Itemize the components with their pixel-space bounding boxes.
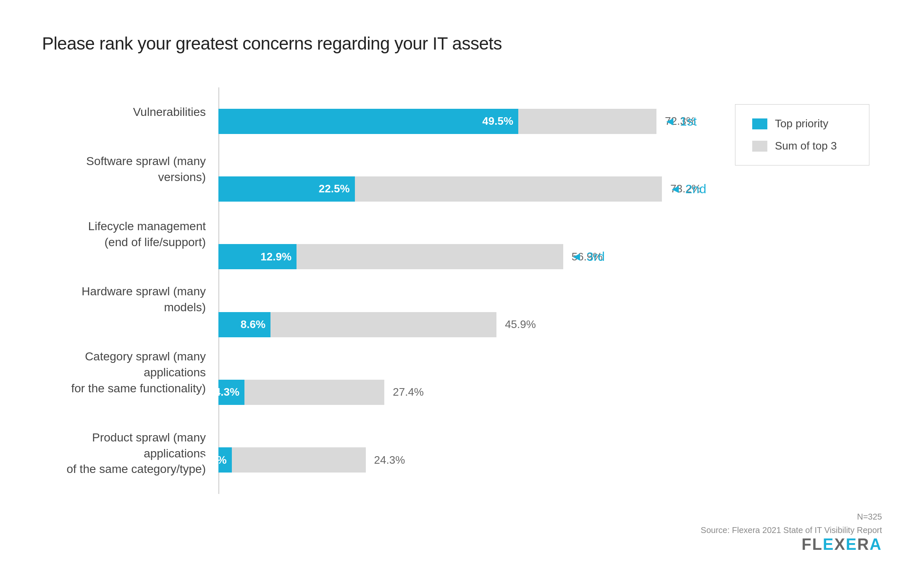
legend-item-gray: Sum of top 3: [752, 139, 852, 152]
bar-label-blue-0: 49.5%: [482, 115, 513, 128]
rank-label-2: ◄3rd: [571, 249, 605, 264]
row-label-4: Category sprawl (many applications for t…: [42, 349, 210, 396]
row-label-0: Vulnerabilities: [42, 104, 210, 120]
bars-stack-3: 45.9%8.6%: [218, 312, 722, 337]
bars-stack-2: 56.9%12.9%◄3rd: [218, 244, 722, 269]
chart-labels: VulnerabilitiesSoftware sprawl (many ver…: [42, 87, 218, 519]
legend-item-blue: Top priority: [752, 117, 852, 130]
row-label-5: Product sprawl (many applications of the…: [42, 430, 210, 477]
rank-label-0: ◄1st: [664, 114, 697, 129]
bars-stack-4: 27.4%4.3%: [218, 380, 722, 405]
legend-box: Top priority Sum of top 3: [735, 104, 869, 165]
bar-row-3: 45.9%8.6%: [218, 306, 722, 344]
bar-label-blue-4: 4.3%: [215, 386, 239, 399]
bar-row-1: 73.2%22.5%◄2nd: [218, 170, 722, 208]
legend-label-blue: Top priority: [775, 117, 828, 130]
bar-blue-1: 22.5%: [218, 176, 355, 202]
chart-bars-area: 72.3%49.5%◄1st73.2%22.5%◄2nd56.9%12.9%◄3…: [218, 87, 722, 519]
bars-stack-5: 24.3%2.2%: [218, 447, 722, 473]
chart-body: VulnerabilitiesSoftware sprawl (many ver…: [42, 87, 882, 519]
bar-blue-4: 4.3%: [218, 380, 244, 405]
bars-stack-0: 72.3%49.5%◄1st: [218, 109, 722, 134]
bar-row-0: 72.3%49.5%◄1st: [218, 102, 722, 140]
bar-label-blue-1: 22.5%: [319, 182, 350, 195]
row-label-1: Software sprawl (many versions): [42, 153, 210, 185]
chart-right: Top priority Sum of top 3: [722, 87, 882, 519]
bar-label-blue-3: 8.6%: [241, 318, 265, 331]
bar-label-gray-5: 24.3%: [370, 454, 405, 467]
rank-label-1: ◄2nd: [669, 182, 706, 196]
chart-title: Please rank your greatest concerns regar…: [42, 34, 882, 54]
bar-row-2: 56.9%12.9%◄3rd: [218, 238, 722, 276]
bar-label-blue-5: 2.2%: [202, 454, 226, 467]
bar-row-4: 27.4%4.3%: [218, 373, 722, 411]
legend-color-blue: [752, 118, 767, 129]
n-value: N=325: [701, 510, 882, 523]
bar-row-5: 24.3%2.2%: [218, 441, 722, 479]
bar-blue-0: 49.5%: [218, 109, 518, 134]
bar-blue-2: 12.9%: [218, 244, 297, 269]
divider-line: [218, 87, 219, 494]
bar-blue-3: 8.6%: [218, 312, 270, 337]
bar-label-gray-4: 27.4%: [388, 386, 424, 399]
row-label-3: Hardware sprawl (many models): [42, 284, 210, 315]
legend-label-gray: Sum of top 3: [775, 139, 837, 152]
row-label-2: Lifecycle management (end of life/suppor…: [42, 218, 210, 250]
source-label: Source: Flexera 2021 State of IT Visibil…: [701, 523, 882, 537]
bars-stack-1: 73.2%22.5%◄2nd: [218, 176, 722, 202]
bar-label-blue-2: 12.9%: [260, 250, 291, 263]
legend-color-gray: [752, 141, 767, 152]
bar-gray-5: 24.3%: [218, 447, 366, 473]
bar-blue-5: 2.2%: [218, 447, 232, 473]
bar-label-gray-3: 45.9%: [501, 318, 536, 331]
flexera-logo: FLEXERA: [802, 536, 882, 554]
chart-container: Please rank your greatest concerns regar…: [0, 0, 924, 562]
source-text: N=325 Source: Flexera 2021 State of IT V…: [701, 510, 882, 537]
